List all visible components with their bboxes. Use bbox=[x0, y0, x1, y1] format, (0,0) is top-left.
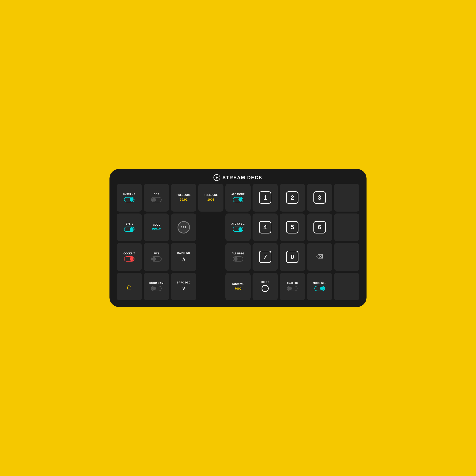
num-3-button[interactable]: 3 bbox=[307, 184, 332, 212]
home-button[interactable]: ⌂ bbox=[117, 273, 142, 301]
mode-label: MODE bbox=[153, 223, 160, 226]
empty-r2c4 bbox=[198, 214, 223, 241]
num-2-key: 2 bbox=[286, 191, 298, 204]
pressure1-button[interactable]: PRESSURE 29.92 bbox=[171, 184, 196, 212]
set-knob-button[interactable]: SET bbox=[171, 214, 196, 241]
baro-dec-button[interactable]: BARO DEC ∨ bbox=[171, 273, 196, 301]
mode-sel-toggle[interactable] bbox=[314, 286, 325, 291]
num-6-button[interactable]: 6 bbox=[307, 214, 332, 241]
gcs-button[interactable]: GCS bbox=[144, 184, 169, 212]
num-1-key: 1 bbox=[259, 191, 271, 204]
traffic-toggle[interactable] bbox=[287, 286, 298, 291]
num-4-button[interactable]: 4 bbox=[253, 214, 278, 241]
door-cam-button[interactable]: DOOR CAM bbox=[144, 273, 169, 301]
num-7-button[interactable]: 7 bbox=[253, 243, 278, 271]
arrow-down-icon: ∨ bbox=[182, 285, 186, 291]
svg-marker-1 bbox=[216, 176, 219, 179]
mode-sel-button[interactable]: MODE SEL bbox=[307, 273, 332, 301]
sys1-label: SYS 1 bbox=[126, 222, 133, 225]
squawk-button[interactable]: SQUAWK 7000 bbox=[225, 273, 251, 301]
alt-rptg-toggle[interactable] bbox=[233, 256, 243, 262]
atc-sys1-button[interactable]: ATC SYS 1 bbox=[225, 214, 251, 241]
num-5-button[interactable]: 5 bbox=[280, 214, 305, 241]
num-1-button[interactable]: 1 bbox=[253, 184, 278, 212]
empty-r3c4 bbox=[198, 243, 223, 271]
alt-rptg-label: ALT RPTG bbox=[232, 252, 244, 255]
num-2-button[interactable]: 2 bbox=[280, 184, 305, 212]
atc-mode-label: ATC MODE bbox=[231, 193, 245, 196]
num-4-key: 4 bbox=[259, 221, 271, 234]
door-cam-toggle[interactable] bbox=[151, 286, 162, 291]
pws-button[interactable]: PWS bbox=[144, 243, 169, 271]
door-cam-label: DOOR CAM bbox=[150, 282, 164, 285]
button-grid: M-SCANS GCS PRESSURE 29.92 PRESSURE 1003… bbox=[117, 184, 359, 300]
atc-sys1-toggle[interactable] bbox=[233, 227, 243, 232]
baro-inc-button[interactable]: BARO INC ∧ bbox=[171, 243, 196, 271]
deck-header: STREAM DECK bbox=[214, 174, 263, 181]
cockpit-toggle[interactable] bbox=[124, 256, 135, 262]
cockpit-button[interactable]: COCKPIT bbox=[117, 243, 142, 271]
sys1-button[interactable]: SYS 1 bbox=[117, 214, 142, 241]
set-knob-control[interactable]: SET bbox=[178, 221, 190, 234]
empty-r4c9 bbox=[334, 273, 359, 301]
mode-sel-label: MODE SEL bbox=[313, 282, 326, 285]
num-0-key: 0 bbox=[286, 251, 298, 263]
pressure2-button[interactable]: PRESSURE 1003 bbox=[198, 184, 223, 212]
sys1-toggle[interactable] bbox=[124, 227, 135, 232]
m-scans-label: M-SCANS bbox=[123, 193, 135, 196]
gcs-label: GCS bbox=[154, 193, 159, 196]
backspace-icon: ⌫ bbox=[316, 254, 323, 260]
m-scans-button[interactable]: M-SCANS bbox=[117, 184, 142, 212]
gcs-toggle[interactable] bbox=[151, 197, 162, 202]
pressure1-label: PRESSURE bbox=[177, 194, 191, 197]
num-3-key: 3 bbox=[313, 191, 326, 204]
traffic-button[interactable]: TRAFFIC bbox=[280, 273, 305, 301]
backspace-button[interactable]: ⌫ bbox=[307, 243, 332, 271]
traffic-label: TRAFFIC bbox=[287, 282, 298, 285]
empty-r2c9 bbox=[334, 214, 359, 241]
stream-deck-device: STREAM DECK M-SCANS GCS PRESSURE 29.92 P… bbox=[109, 169, 367, 307]
pressure1-value: 29.92 bbox=[180, 198, 187, 201]
atc-mode-toggle[interactable] bbox=[233, 197, 243, 202]
empty-r3c9 bbox=[334, 243, 359, 271]
arrow-up-icon: ∧ bbox=[182, 256, 186, 262]
squawk-label: SQUAWK bbox=[232, 283, 244, 286]
ident-button[interactable]: IDENT bbox=[253, 273, 278, 301]
squawk-value: 7000 bbox=[235, 287, 241, 290]
baro-inc-label: BARO INC bbox=[177, 252, 190, 255]
ident-circle-icon bbox=[262, 285, 269, 292]
baro-dec-label: BARO DEC bbox=[177, 281, 190, 284]
num-6-key: 6 bbox=[313, 221, 326, 234]
mode-value: WX+T bbox=[152, 227, 161, 231]
atc-mode-button[interactable]: ATC MODE bbox=[225, 184, 251, 212]
elgato-logo-icon bbox=[214, 174, 220, 181]
num-0-button[interactable]: 0 bbox=[280, 243, 305, 271]
num-7-key: 7 bbox=[259, 251, 271, 263]
pressure2-value: 1003 bbox=[207, 198, 214, 201]
alt-rptg-button[interactable]: ALT RPTG bbox=[225, 243, 251, 271]
pressure2-label: PRESSURE bbox=[204, 194, 218, 197]
home-icon: ⌂ bbox=[127, 282, 132, 291]
m-scans-toggle[interactable] bbox=[124, 197, 135, 202]
mode-button[interactable]: MODE WX+T bbox=[144, 214, 169, 241]
pws-label: PWS bbox=[153, 252, 159, 255]
ident-label: IDENT bbox=[261, 281, 269, 284]
cockpit-label: COCKPIT bbox=[123, 252, 135, 255]
brand-name: STREAM DECK bbox=[222, 175, 263, 180]
num-5-key: 5 bbox=[286, 221, 298, 234]
atc-sys1-label: ATC SYS 1 bbox=[231, 222, 244, 225]
empty-r1c9 bbox=[334, 184, 359, 212]
empty-r4c4 bbox=[198, 273, 223, 301]
pws-toggle[interactable] bbox=[151, 256, 162, 262]
